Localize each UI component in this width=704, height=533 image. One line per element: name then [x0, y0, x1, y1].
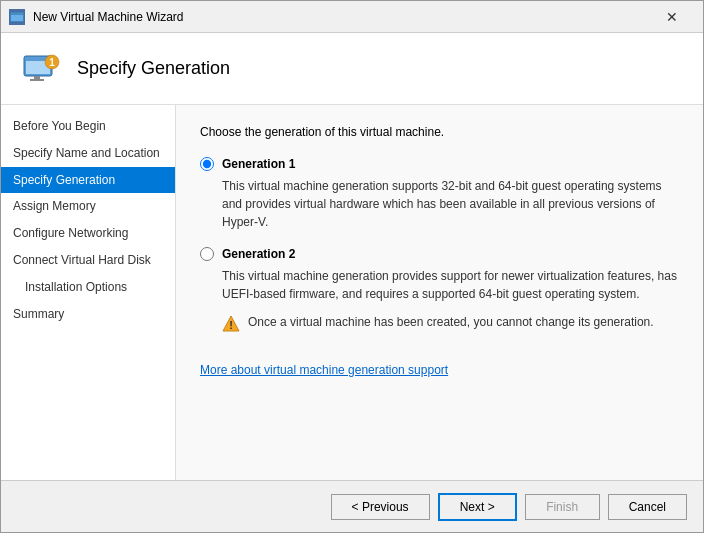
wizard-window: New Virtual Machine Wizard ✕ 1 Specify G… [0, 0, 704, 533]
wizard-content: Before You Begin Specify Name and Locati… [1, 105, 703, 480]
previous-button[interactable]: < Previous [331, 494, 430, 520]
close-button[interactable]: ✕ [649, 1, 695, 33]
sidebar-item-before-you-begin[interactable]: Before You Begin [1, 113, 175, 140]
link-section: More about virtual machine generation su… [200, 363, 679, 377]
svg-rect-2 [11, 13, 23, 15]
generation1-title: Generation 1 [222, 157, 295, 171]
generation1-option: Generation 1 This virtual machine genera… [200, 157, 679, 231]
warning-box: ! Once a virtual machine has been create… [222, 315, 679, 333]
sidebar-item-specify-name[interactable]: Specify Name and Location [1, 140, 175, 167]
wizard-header: 1 Specify Generation [1, 33, 703, 105]
page-description: Choose the generation of this virtual ma… [200, 125, 679, 139]
generation2-label[interactable]: Generation 2 [200, 247, 679, 261]
sidebar: Before You Begin Specify Name and Locati… [1, 105, 176, 480]
page-title: Specify Generation [77, 58, 230, 79]
sidebar-item-connect-vhd[interactable]: Connect Virtual Hard Disk [1, 247, 175, 274]
main-content: Choose the generation of this virtual ma… [176, 105, 703, 480]
svg-text:!: ! [229, 319, 233, 331]
sidebar-item-installation-options[interactable]: Installation Options [1, 274, 175, 301]
generation1-radio[interactable] [200, 157, 214, 171]
svg-text:1: 1 [49, 57, 55, 68]
next-button[interactable]: Next > [438, 493, 517, 521]
generation2-option: Generation 2 This virtual machine genera… [200, 247, 679, 333]
generation2-radio[interactable] [200, 247, 214, 261]
window-title: New Virtual Machine Wizard [33, 10, 649, 24]
generation2-desc: This virtual machine generation provides… [222, 267, 679, 303]
warning-text: Once a virtual machine has been created,… [248, 315, 654, 329]
generation2-title: Generation 2 [222, 247, 295, 261]
cancel-button[interactable]: Cancel [608, 494, 687, 520]
sidebar-item-assign-memory[interactable]: Assign Memory [1, 193, 175, 220]
sidebar-item-configure-networking[interactable]: Configure Networking [1, 220, 175, 247]
finish-button[interactable]: Finish [525, 494, 600, 520]
generation1-desc: This virtual machine generation supports… [222, 177, 679, 231]
warning-icon: ! [222, 315, 240, 333]
sidebar-item-specify-generation[interactable]: Specify Generation [1, 167, 175, 194]
header-icon: 1 [21, 53, 61, 85]
wizard-footer: < Previous Next > Finish Cancel [1, 480, 703, 532]
help-link[interactable]: More about virtual machine generation su… [200, 363, 448, 377]
window-icon [9, 9, 25, 25]
generation1-label[interactable]: Generation 1 [200, 157, 679, 171]
svg-rect-7 [30, 79, 44, 81]
title-bar: New Virtual Machine Wizard ✕ [1, 1, 703, 33]
sidebar-item-summary[interactable]: Summary [1, 301, 175, 328]
